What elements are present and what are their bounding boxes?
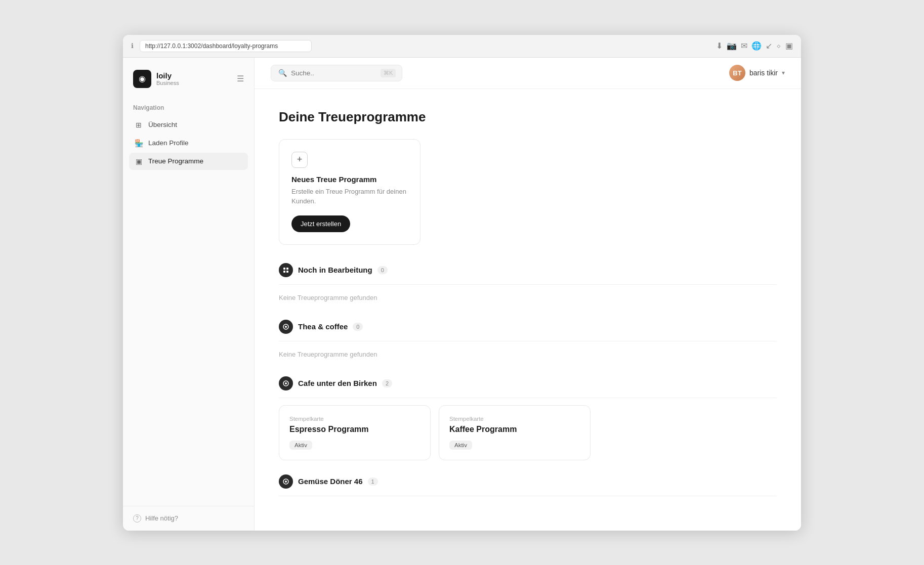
create-button[interactable]: Jetzt erstellen [291, 215, 350, 232]
laden-icon: 🏪 [134, 139, 143, 148]
status-badge-espresso: Aktiv [289, 441, 312, 450]
logo-name: loily [156, 71, 179, 80]
browser-actions: ⬇ 📷 ✉ 🌐 ↙ ⬦ ▣ [716, 41, 793, 51]
store-count-thea-coffee: 0 [353, 323, 363, 331]
avatar: BT [729, 65, 745, 81]
status-badge-kaffee: Aktiv [449, 441, 472, 450]
browser-window: ℹ http://127.0.0.1:3002/dashboard/loyalt… [123, 35, 801, 531]
store-icon-cafe-birken [279, 376, 293, 390]
user-area[interactable]: BT baris tikir ▾ [729, 65, 785, 81]
svg-rect-2 [283, 271, 285, 273]
store-count-cafe-birken: 2 [382, 379, 392, 387]
sidebar-header: ◉ loily Business ☰ [123, 58, 254, 96]
svg-rect-1 [286, 268, 288, 270]
search-input[interactable] [291, 69, 376, 77]
sidebar-toggle-button[interactable]: ☰ [237, 74, 244, 83]
browser-action-code[interactable]: ⬦ [776, 41, 781, 51]
svg-point-5 [285, 326, 287, 328]
store-icon-thea-coffee [279, 320, 293, 334]
store-section-noch-in-bearbeitung: Noch in Bearbeitung 0 Keine Treueprogram… [279, 263, 777, 306]
search-icon: 🔍 [278, 69, 287, 77]
browser-action-grid[interactable]: ▣ [785, 41, 793, 51]
nav-section-label: Navigation [129, 104, 248, 116]
page-title: Deine Treueprogramme [279, 109, 777, 125]
store-empty-noch-in-bearbeitung: Keine Treueprogramme gefunden [279, 292, 777, 306]
search-box[interactable]: 🔍 ⌘K [271, 65, 402, 81]
help-label: Hilfe nötig? [145, 514, 178, 522]
sidebar-item-treue-programme[interactable]: ▣ Treue Programme [129, 153, 248, 170]
svg-rect-0 [283, 268, 285, 270]
topbar: 🔍 ⌘K BT baris tikir ▾ [255, 58, 801, 89]
program-type-espresso: Stempelkarte [289, 416, 420, 422]
new-program-card: + Neues Treue Programm Erstelle ein Treu… [279, 139, 421, 245]
sidebar-nav: Navigation ⊞ Übersicht 🏪 Laden Profile ▣… [123, 96, 254, 506]
ubersicht-icon: ⊞ [134, 120, 143, 129]
store-section-cafe-birken: Cafe unter den Birken 2 Stempelkarte Esp… [279, 376, 777, 460]
new-program-title: Neues Treue Programm [291, 175, 408, 184]
info-icon: ℹ [131, 42, 134, 50]
logo-text-area: loily Business [156, 71, 179, 86]
browser-bar: ℹ http://127.0.0.1:3002/dashboard/loyalt… [123, 35, 801, 58]
help-link[interactable]: ? Hilfe nötig? [133, 514, 244, 523]
program-name-kaffee: Kaffee Programm [449, 425, 580, 434]
store-icon-gemuse-doner [279, 474, 293, 489]
store-empty-thea-coffee: Keine Treueprogramme gefunden [279, 349, 777, 362]
treue-icon: ▣ [134, 157, 143, 166]
program-card-espresso[interactable]: Stempelkarte Espresso Programm Aktiv [279, 405, 431, 460]
store-header-gemuse-doner: Gemüse Döner 46 1 [279, 474, 777, 496]
store-section-thea-coffee: Thea & coffee 0 Keine Treueprogramme gef… [279, 320, 777, 362]
store-name-gemuse-doner: Gemüse Döner 46 [298, 477, 363, 486]
store-count-gemuse-doner: 1 [368, 477, 378, 486]
browser-action-download[interactable]: ⬇ [716, 41, 723, 51]
sidebar-item-treue-label: Treue Programme [148, 157, 203, 165]
url-bar[interactable]: http://127.0.0.1:3002/dashboard/loyalty-… [140, 40, 312, 52]
plus-button[interactable]: + [291, 152, 308, 168]
programs-grid-cafe-birken: Stempelkarte Espresso Programm Aktiv Ste… [279, 405, 777, 460]
chevron-down-icon: ▾ [782, 69, 785, 76]
new-program-description: Erstelle ein Treue Programm für deinen K… [291, 187, 408, 206]
program-name-espresso: Espresso Programm [289, 425, 420, 434]
browser-action-arrow[interactable]: ↙ [766, 41, 772, 51]
store-name-cafe-birken: Cafe unter den Birken [298, 379, 377, 387]
browser-action-mail[interactable]: ✉ [741, 41, 747, 51]
app-layout: ◉ loily Business ☰ Navigation ⊞ Übersich… [123, 58, 801, 531]
browser-action-camera[interactable]: 📷 [727, 41, 737, 51]
main-content: 🔍 ⌘K BT baris tikir ▾ Deine Treueprogram… [255, 58, 801, 531]
store-header-thea-coffee: Thea & coffee 0 [279, 320, 777, 341]
help-icon: ? [133, 514, 141, 523]
search-shortcut: ⌘K [381, 69, 396, 77]
store-header-cafe-birken: Cafe unter den Birken 2 [279, 376, 777, 398]
logo-symbol: ◉ [139, 74, 146, 83]
sidebar-item-laden-label: Laden Profile [148, 139, 189, 147]
page-content: Deine Treueprogramme + Neues Treue Progr… [255, 89, 801, 531]
sidebar-item-ubersicht[interactable]: ⊞ Übersicht [129, 116, 248, 134]
sidebar-item-ubersicht-label: Übersicht [148, 121, 177, 128]
store-count-noch-in-bearbeitung: 0 [377, 266, 388, 274]
logo-area: ◉ loily Business [133, 70, 179, 88]
user-name: baris tikir [749, 69, 778, 77]
sidebar-item-laden-profile[interactable]: 🏪 Laden Profile [129, 135, 248, 152]
logo-subtitle: Business [156, 80, 179, 86]
program-type-kaffee: Stempelkarte [449, 416, 580, 422]
store-header-noch-in-bearbeitung: Noch in Bearbeitung 0 [279, 263, 777, 285]
svg-point-9 [285, 481, 287, 483]
program-card-kaffee[interactable]: Stempelkarte Kaffee Programm Aktiv [439, 405, 591, 460]
store-name-noch-in-bearbeitung: Noch in Bearbeitung [298, 266, 372, 274]
store-icon-noch-in-bearbeitung [279, 263, 293, 277]
store-section-gemuse-doner: Gemüse Döner 46 1 [279, 474, 777, 496]
svg-rect-3 [286, 271, 288, 273]
svg-point-7 [285, 382, 287, 384]
sidebar-footer: ? Hilfe nötig? [123, 506, 254, 531]
logo-icon: ◉ [133, 70, 151, 88]
browser-action-globe[interactable]: 🌐 [751, 41, 762, 51]
sidebar: ◉ loily Business ☰ Navigation ⊞ Übersich… [123, 58, 255, 531]
store-name-thea-coffee: Thea & coffee [298, 322, 348, 331]
